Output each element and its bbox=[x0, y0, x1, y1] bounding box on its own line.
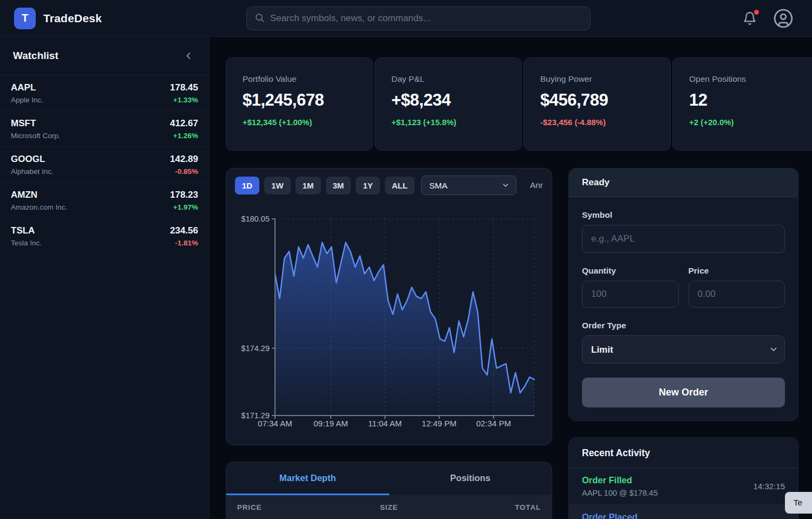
svg-text:$180.05: $180.05 bbox=[241, 215, 270, 223]
watchlist-price: 178.45 bbox=[170, 82, 198, 93]
column-header-total: TOTAL bbox=[440, 503, 541, 511]
activity-rows: Order Filled AAPL 100 @ $178.45 14:32:15… bbox=[569, 468, 798, 519]
watchlist-item[interactable]: AAPL Apple Inc. 178.45 +1.33% bbox=[0, 75, 209, 111]
panel-tabs: Market DepthPositions bbox=[226, 462, 552, 495]
stats-row: Portfolio Value $1,245,678 +$12,345 (+1.… bbox=[226, 57, 812, 151]
recent-activity-panel: Recent Activity Order Filled AAPL 100 @ … bbox=[568, 437, 798, 519]
activity-row[interactable]: Order Filled AAPL 100 @ $178.45 14:32:15 bbox=[569, 468, 798, 504]
activity-title: Order Filled bbox=[582, 475, 658, 485]
activity-row[interactable]: Order Placed MSFT 50 @ $412.50 Limit 14:… bbox=[569, 504, 798, 519]
price-chart-card: 1D1W1M3M1YALL SMA Anno $180.05$174.29$17… bbox=[226, 168, 552, 445]
price-field[interactable] bbox=[689, 281, 785, 308]
watchlist-change: +1.26% bbox=[170, 132, 198, 140]
collapse-sidebar-button[interactable] bbox=[181, 48, 196, 63]
stat-label: Open Positions bbox=[689, 74, 805, 84]
stat-card: Portfolio Value $1,245,678 +$12,345 (+1.… bbox=[226, 57, 373, 151]
watchlist-change: -0.85% bbox=[170, 167, 198, 176]
user-icon bbox=[773, 8, 794, 29]
watchlist-item[interactable]: AMZN Amazon.com Inc. 178.23 +1.97% bbox=[0, 183, 209, 218]
order-form-panel: Ready Symbol Quantity Price bbox=[568, 168, 798, 421]
column-header-price: PRICE bbox=[237, 503, 338, 511]
timeframe-button-1m[interactable]: 1M bbox=[296, 177, 321, 194]
activity-detail: AAPL 100 @ $178.45 bbox=[582, 489, 658, 497]
timeframe-button-1d[interactable]: 1D bbox=[235, 177, 259, 194]
search-input[interactable] bbox=[270, 13, 582, 24]
indicator-select[interactable]: SMA bbox=[421, 176, 516, 195]
watchlist-price: 412.67 bbox=[170, 118, 198, 129]
watchlist-symbol: AAPL bbox=[11, 82, 43, 93]
svg-text:12:49 PM: 12:49 PM bbox=[422, 419, 456, 428]
depth-table-header: PRICESIZETOTAL bbox=[226, 495, 552, 519]
watchlist-company: Tesla Inc. bbox=[11, 239, 42, 247]
watchlist-price: 142.89 bbox=[170, 154, 198, 165]
svg-text:11:04 AM: 11:04 AM bbox=[368, 419, 402, 428]
order-status: Ready bbox=[569, 168, 798, 197]
watchlist-title: Watchlist bbox=[13, 50, 58, 62]
svg-text:$174.29: $174.29 bbox=[241, 344, 270, 353]
chevron-left-icon bbox=[183, 50, 194, 61]
tab-market-depth[interactable]: Market Depth bbox=[226, 462, 389, 495]
watchlist-symbol: TSLA bbox=[11, 225, 42, 236]
quantity-field[interactable] bbox=[582, 281, 679, 308]
stat-label: Day P&L bbox=[391, 74, 507, 84]
watchlist-symbol: MSFT bbox=[11, 118, 61, 129]
timeframe-button-3m[interactable]: 3M bbox=[326, 177, 351, 194]
order-type-select[interactable]: Limit bbox=[582, 335, 785, 364]
watchlist-price: 234.56 bbox=[170, 225, 198, 236]
stat-value: $1,245,678 bbox=[243, 90, 358, 110]
stat-card: Day P&L +$8,234 +$1,123 (+15.8%) bbox=[375, 57, 522, 151]
watchlist-company: Microsoft Corp. bbox=[11, 132, 61, 140]
recent-activity-title: Recent Activity bbox=[569, 438, 798, 468]
timeframe-button-1y[interactable]: 1Y bbox=[356, 177, 379, 194]
watchlist-symbol: AMZN bbox=[11, 190, 67, 200]
stat-card: Buying Power $456,789 -$23,456 (-4.88%) bbox=[523, 57, 671, 151]
watchlist-price: 178.23 bbox=[170, 190, 198, 200]
watchlist-item[interactable]: GOOGL Alphabet Inc. 142.89 -0.85% bbox=[0, 147, 209, 183]
top-nav: T TradeDesk bbox=[0, 0, 812, 37]
timeframe-button-1w[interactable]: 1W bbox=[264, 177, 291, 194]
stat-label: Portfolio Value bbox=[243, 74, 358, 84]
timeframe-button-all[interactable]: ALL bbox=[385, 177, 415, 194]
stat-value: 12 bbox=[689, 90, 805, 110]
watchlist-item[interactable]: TSLA Tesla Inc. 234.56 -1.81% bbox=[0, 218, 209, 254]
stat-card: Open Positions 12 +2 (+20.0%) bbox=[672, 57, 812, 151]
watchlist-company: Alphabet Inc. bbox=[11, 167, 54, 176]
notification-badge bbox=[754, 10, 759, 15]
watchlist-company: Apple Inc. bbox=[11, 96, 43, 104]
stat-change: +$1,123 (+15.8%) bbox=[391, 118, 507, 127]
chart-toolbar: 1D1W1M3M1YALL SMA Anno bbox=[226, 168, 552, 195]
toast[interactable]: Te bbox=[785, 492, 812, 514]
search-icon bbox=[254, 12, 265, 25]
logo-icon: T bbox=[14, 8, 36, 29]
stat-change: -$23,456 (-4.88%) bbox=[540, 118, 656, 127]
watchlist-change: -1.81% bbox=[170, 239, 198, 247]
stat-change: +2 (+20.0%) bbox=[689, 118, 805, 127]
new-order-button[interactable]: New Order bbox=[582, 378, 785, 407]
watchlist-change: +1.97% bbox=[170, 203, 198, 211]
price-label: Price bbox=[689, 266, 785, 276]
watchlist-item[interactable]: MSFT Microsoft Corp. 412.67 +1.26% bbox=[0, 111, 209, 147]
watchlist-company: Amazon.com Inc. bbox=[11, 203, 67, 211]
annotate-button[interactable]: Anno bbox=[530, 180, 543, 190]
tab-positions[interactable]: Positions bbox=[389, 462, 552, 495]
app-logo[interactable]: T TradeDesk bbox=[14, 8, 102, 29]
watchlist-items: AAPL Apple Inc. 178.45 +1.33% MSFT Micro… bbox=[0, 75, 209, 254]
stat-value: +$8,234 bbox=[391, 90, 507, 110]
watchlist-sidebar: Watchlist AAPL Apple Inc. 178.45 +1.33% … bbox=[0, 37, 209, 519]
order-type-label: Order Type bbox=[582, 321, 785, 330]
global-search[interactable] bbox=[246, 7, 591, 30]
notifications-button[interactable] bbox=[743, 11, 757, 25]
symbol-label: Symbol bbox=[582, 210, 785, 220]
activity-time: 14:32:15 bbox=[754, 482, 785, 491]
svg-text:02:34 PM: 02:34 PM bbox=[476, 419, 511, 428]
stat-value: $456,789 bbox=[540, 90, 656, 110]
watchlist-symbol: GOOGL bbox=[11, 154, 54, 165]
watchlist-change: +1.33% bbox=[170, 96, 198, 104]
main-content: Portfolio Value $1,245,678 +$12,345 (+1.… bbox=[209, 37, 812, 519]
activity-title: Order Placed bbox=[582, 512, 673, 519]
svg-text:07:34 AM: 07:34 AM bbox=[258, 419, 292, 428]
quantity-label: Quantity bbox=[582, 266, 679, 276]
symbol-field[interactable] bbox=[582, 225, 785, 253]
user-avatar-button[interactable] bbox=[773, 8, 794, 29]
price-chart[interactable]: $180.05$174.29$171.2907:34 AM09:19 AM11:… bbox=[226, 195, 552, 445]
